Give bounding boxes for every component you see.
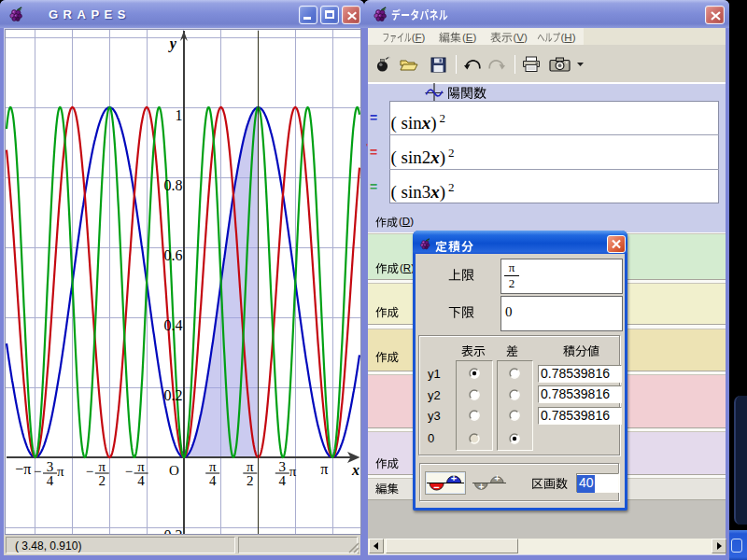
svg-text:−: −	[34, 464, 41, 479]
svg-text:3: 3	[279, 459, 287, 474]
svg-text:+: +	[451, 472, 457, 483]
svg-text:−: −	[86, 464, 93, 479]
svg-text:π: π	[99, 459, 106, 474]
svg-text:π: π	[137, 459, 145, 474]
svg-text:4: 4	[47, 473, 54, 488]
svg-text:−π: −π	[15, 461, 31, 477]
svg-text:2: 2	[247, 473, 254, 488]
svg-text:0.4: 0.4	[163, 317, 182, 333]
svg-text:0.8: 0.8	[163, 177, 182, 193]
svg-text:π: π	[320, 461, 328, 477]
svg-text:3: 3	[47, 459, 54, 474]
svg-text:+: +	[494, 473, 500, 483]
svg-text:π: π	[209, 459, 217, 474]
svg-text:x: x	[351, 462, 359, 478]
svg-text:0.2: 0.2	[163, 387, 182, 403]
svg-text:1: 1	[175, 107, 182, 123]
svg-text:π: π	[247, 459, 254, 474]
svg-text:−: −	[433, 482, 439, 493]
svg-text:π: π	[57, 464, 64, 479]
svg-text:0.6: 0.6	[163, 247, 182, 263]
svg-text:4: 4	[137, 473, 145, 488]
svg-text:+: +	[478, 482, 484, 492]
svg-text:O: O	[169, 463, 179, 478]
svg-text:2: 2	[99, 473, 106, 488]
svg-text:0.2: 0.2	[163, 527, 182, 534]
svg-text:y: y	[168, 35, 177, 52]
svg-text:−: −	[125, 464, 133, 479]
svg-text:4: 4	[279, 473, 287, 488]
svg-text:4: 4	[209, 473, 217, 488]
svg-text:π: π	[289, 464, 297, 479]
